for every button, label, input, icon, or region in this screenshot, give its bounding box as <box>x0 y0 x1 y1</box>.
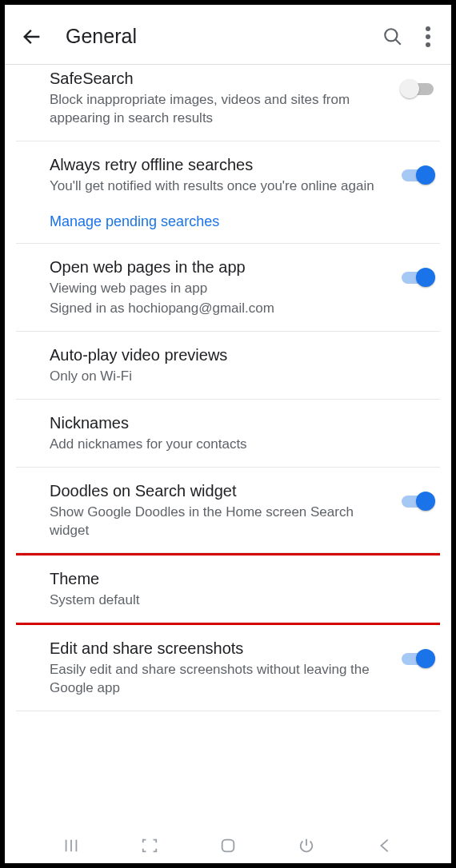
item-theme[interactable]: Theme System default <box>16 555 440 623</box>
item-title: Theme <box>50 568 426 590</box>
item-sub: Show Google Doodles in the Home screen S… <box>50 504 394 540</box>
svg-line-1 <box>395 39 401 45</box>
page-title: General <box>66 25 382 48</box>
item-sub: Add nicknames for your contacts <box>50 436 426 454</box>
item-title: SafeSearch <box>50 68 394 90</box>
item-title: Edit and share screenshots <box>50 638 394 659</box>
svg-point-0 <box>385 29 397 41</box>
nav-bar <box>16 822 440 855</box>
toggle-doodles[interactable] <box>402 492 434 511</box>
home-icon[interactable] <box>218 836 238 855</box>
more-vert-icon[interactable] <box>426 26 430 47</box>
toggle-safesearch[interactable] <box>402 79 434 98</box>
settings-list: SafeSearch Block inappropriate images, v… <box>16 65 440 822</box>
item-sub: Viewing web pages in app <box>50 280 394 298</box>
manage-pending-link[interactable]: Manage pending searches <box>50 213 219 230</box>
item-title: Always retry offline searches <box>50 154 394 176</box>
item-doodles[interactable]: Doodles on Search widget Show Google Doo… <box>16 468 440 554</box>
svg-rect-5 <box>222 840 234 852</box>
header: General <box>16 17 440 64</box>
item-screenshots[interactable]: Edit and share screenshots Easily edit a… <box>16 625 440 711</box>
item-sub: You'll get notified with results once yo… <box>50 177 394 196</box>
toggle-screenshots[interactable] <box>402 649 434 668</box>
item-sub: Easily edit and share screenshots withou… <box>50 661 394 698</box>
search-icon[interactable] <box>382 26 403 47</box>
item-open-web[interactable]: Open web pages in the app Viewing web pa… <box>16 244 440 332</box>
item-safesearch[interactable]: SafeSearch Block inappropriate images, v… <box>16 65 440 141</box>
recents-icon[interactable] <box>62 836 81 855</box>
item-retry-offline[interactable]: Always retry offline searches You'll get… <box>16 141 440 244</box>
item-title: Doodles on Search widget <box>50 480 394 502</box>
screenshot-icon[interactable] <box>140 836 159 855</box>
power-icon[interactable] <box>297 836 316 855</box>
toggle-open-web[interactable] <box>402 268 434 287</box>
back-icon[interactable] <box>21 26 43 48</box>
item-sub: Signed in as hochiopang@gmail.com <box>50 300 394 318</box>
item-nicknames[interactable]: Nicknames Add nicknames for your contact… <box>16 400 440 468</box>
theme-highlight: Theme System default <box>16 553 440 625</box>
item-sub: System default <box>50 591 426 610</box>
toggle-retry-offline[interactable] <box>402 165 434 185</box>
item-sub: Only on Wi-Fi <box>50 368 426 386</box>
item-title: Open web pages in the app <box>50 257 394 278</box>
item-sub: Block inappropriate images, videos and s… <box>50 91 394 128</box>
item-title: Nicknames <box>50 412 426 434</box>
item-autoplay[interactable]: Auto-play video previews Only on Wi-Fi <box>16 332 440 400</box>
back-nav-icon[interactable] <box>375 836 394 855</box>
item-title: Auto-play video previews <box>50 344 426 366</box>
